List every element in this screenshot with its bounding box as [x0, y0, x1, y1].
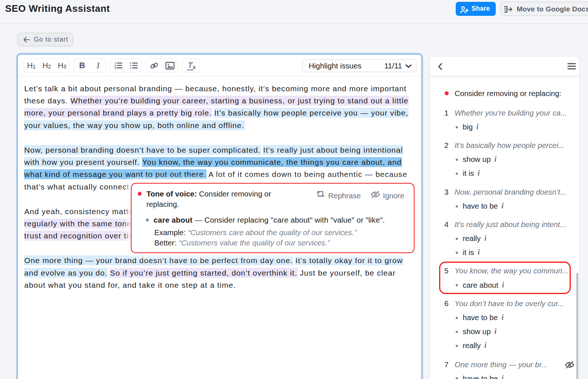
svg-text:3: 3 [114, 66, 116, 70]
